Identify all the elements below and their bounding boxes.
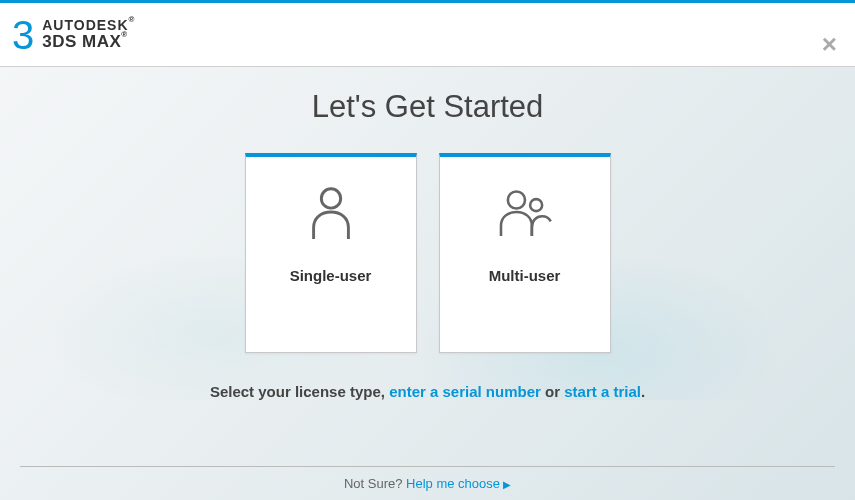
multi-user-icon [495,183,555,267]
logo-3-icon: 3 [12,15,34,55]
single-user-card[interactable]: Single-user [245,153,417,353]
start-trial-link[interactable]: start a trial [564,383,641,400]
svg-point-1 [507,191,524,208]
page-title: Let's Get Started [0,89,855,125]
chevron-right-icon: ▶ [503,479,511,490]
enter-serial-link[interactable]: enter a serial number [389,383,541,400]
card-label: Multi-user [489,267,561,284]
footer-prefix: Not Sure? [344,476,406,491]
instruction-suffix: . [641,383,645,400]
footer-bar: Not Sure? Help me choose▶ [20,466,835,500]
multi-user-card[interactable]: Multi-user [439,153,611,353]
license-cards-row: Single-user Multi-user [0,153,855,353]
instruction-prefix: Select your license type, [210,383,389,400]
single-user-icon [301,183,361,267]
instruction-middle: or [541,383,564,400]
svg-point-2 [530,199,542,211]
svg-point-0 [321,189,340,208]
card-label: Single-user [290,267,372,284]
close-icon[interactable]: × [822,31,837,57]
help-me-choose-link[interactable]: Help me choose [406,476,500,491]
brand-logo: 3 AUTODESK® 3DS MAX® [12,15,135,55]
brand-text: AUTODESK® 3DS MAX® [42,18,135,51]
brand-line2: 3DS MAX® [42,33,135,51]
header-bar: 3 AUTODESK® 3DS MAX® × [0,3,855,67]
instruction-text: Select your license type, enter a serial… [0,383,855,400]
